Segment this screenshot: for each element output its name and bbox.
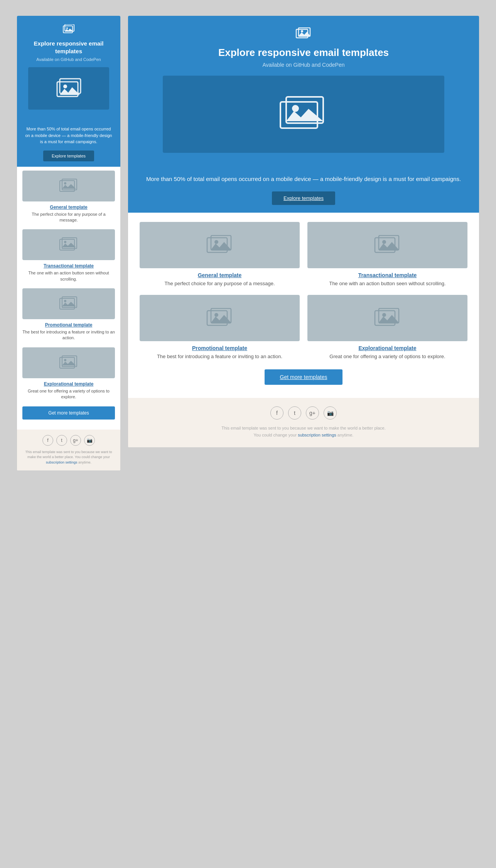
mobile-template-item: General template The perfect choice for …	[22, 171, 115, 223]
mobile-content: General template The perfect choice for …	[17, 167, 120, 430]
page-wrapper: Explore responsive email templates Avail…	[17, 15, 479, 853]
desktop-footer-text: This email template was sent to you beca…	[140, 425, 467, 438]
mobile-subtitle: Available on GitHub and CodePen	[24, 57, 113, 62]
desktop-get-more-section: Get more templates	[140, 369, 467, 385]
mobile-hero-image	[28, 67, 109, 110]
svg-point-26	[214, 240, 218, 244]
mobile-template-item: Explorational template Great one for off…	[22, 347, 115, 400]
promotional-template-link[interactable]: Promotional template	[140, 345, 300, 351]
desktop-social-icons: f t g+ 📷	[140, 406, 467, 420]
desktop-email: Explore responsive email templates Avail…	[128, 15, 479, 448]
mobile-explore-button[interactable]: Explore templates	[43, 151, 94, 161]
mobile-transactional-link[interactable]: Transactional template	[22, 263, 115, 269]
svg-point-20	[301, 30, 303, 32]
desktop-footer: f t g+ 📷 This email template was sent to…	[128, 398, 479, 447]
promotional-template-card: Promotional template The best for introd…	[140, 295, 300, 360]
svg-point-32	[214, 313, 218, 317]
desktop-googleplus-icon[interactable]: g+	[306, 406, 319, 420]
mobile-general-image	[22, 171, 115, 201]
transactional-template-image	[307, 222, 467, 268]
mobile-email: Explore responsive email templates Avail…	[17, 15, 121, 471]
mobile-transactional-image	[22, 229, 115, 260]
mobile-header-icon	[24, 24, 113, 36]
desktop-hero-image	[163, 76, 444, 153]
desktop-subscription-link[interactable]: subscription settings	[298, 433, 336, 437]
desktop-explore-button[interactable]: Explore templates	[272, 191, 335, 205]
general-template-link[interactable]: General template	[140, 272, 300, 278]
mobile-get-more-button[interactable]: Get more templates	[22, 406, 115, 420]
desktop-instagram-icon[interactable]: 📷	[324, 406, 337, 420]
mobile-footer-text: This email template was sent to you beca…	[22, 450, 116, 465]
transactional-template-card: Transactional template The one with an a…	[307, 222, 467, 287]
mobile-general-desc: The perfect choice for any purpose of a …	[22, 212, 115, 223]
mobile-googleplus-icon[interactable]: g+	[70, 435, 81, 446]
mobile-promotional-link[interactable]: Promotional template	[22, 322, 115, 328]
desktop-subtitle: Available on GitHub and CodePen	[143, 62, 464, 68]
mobile-explorational-image	[22, 347, 115, 378]
desktop-header: Explore responsive email templates Avail…	[128, 16, 479, 167]
mobile-promotional-desc: The best for introducing a feature or in…	[22, 329, 115, 341]
transactional-template-desc: The one with an action button seen witho…	[307, 280, 467, 287]
desktop-content: General template The perfect choice for …	[128, 213, 479, 398]
mobile-title: Explore responsive email templates	[24, 40, 113, 55]
templates-grid: General template The perfect choice for …	[140, 222, 467, 360]
desktop-title: Explore responsive email templates	[143, 47, 464, 59]
explorational-template-image	[307, 295, 467, 341]
mobile-social-icons: f t g+ 📷	[22, 435, 116, 446]
promotional-template-image	[140, 295, 300, 341]
desktop-body-text: More than 50% of total email opens occur…	[143, 174, 464, 184]
svg-point-17	[64, 359, 66, 361]
desktop-header-icon	[143, 27, 464, 42]
svg-point-2	[66, 27, 68, 29]
mobile-header: Explore responsive email templates Avail…	[17, 16, 120, 120]
explorational-template-card: Explorational template Great one for off…	[307, 295, 467, 360]
svg-point-5	[63, 85, 67, 88]
general-template-image	[140, 222, 300, 268]
svg-point-29	[382, 240, 386, 244]
explorational-template-desc: Great one for offering a variety of opti…	[307, 353, 467, 360]
svg-point-14	[64, 300, 66, 302]
mobile-footer: f t g+ 📷 This email template was sent to…	[17, 430, 120, 471]
mobile-body-text: More than 50% of total email opens occur…	[24, 126, 113, 145]
general-template-card: General template The perfect choice for …	[140, 222, 300, 287]
mobile-template-item: Transactional template The one with an a…	[22, 229, 115, 282]
desktop-twitter-icon[interactable]: t	[288, 406, 301, 420]
svg-point-35	[382, 313, 386, 317]
mobile-twitter-icon[interactable]: t	[56, 435, 67, 446]
mobile-instagram-icon[interactable]: 📷	[84, 435, 95, 446]
promotional-template-desc: The best for introducing a feature or in…	[140, 353, 300, 360]
mobile-general-link[interactable]: General template	[22, 205, 115, 210]
mobile-explorational-link[interactable]: Explorational template	[22, 381, 115, 387]
svg-point-11	[64, 241, 66, 243]
mobile-body: More than 50% of total email opens occur…	[17, 120, 120, 167]
mobile-transactional-desc: The one with an action button seen witho…	[22, 270, 115, 282]
mobile-facebook-icon[interactable]: f	[42, 435, 53, 446]
transactional-template-link[interactable]: Transactional template	[307, 272, 467, 278]
desktop-facebook-icon[interactable]: f	[270, 406, 283, 420]
desktop-body: More than 50% of total email opens occur…	[128, 167, 479, 213]
desktop-get-more-button[interactable]: Get more templates	[265, 369, 343, 385]
mobile-explorational-desc: Great one for offering a variety of opti…	[22, 388, 115, 400]
mobile-subscription-link[interactable]: subscription settings	[46, 460, 78, 464]
general-template-desc: The perfect choice for any purpose of a …	[140, 280, 300, 287]
svg-point-23	[292, 105, 299, 112]
mobile-promotional-image	[22, 288, 115, 319]
svg-point-8	[64, 182, 66, 184]
explorational-template-link[interactable]: Explorational template	[307, 345, 467, 351]
mobile-template-item: Promotional template The best for introd…	[22, 288, 115, 341]
